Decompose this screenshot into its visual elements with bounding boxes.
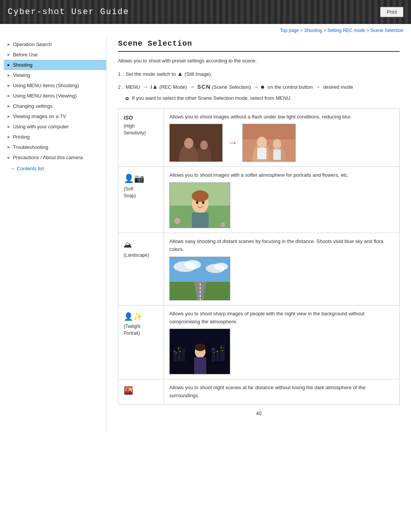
scene-desc-cell: Allows you to shoot sharp images of peop… [164,305,400,379]
still-image-icon: ▲ [177,70,183,77]
after-photo [242,124,296,162]
svg-rect-37 [220,345,225,361]
svg-point-24 [184,260,201,269]
step-note: If you want to select the other Scene Se… [126,94,400,102]
soft-snap-icon: 👤📷 [124,172,160,185]
scene-table: ISO (HighSensitivity) Allows you to shoo… [118,108,400,405]
svg-rect-34 [182,348,185,361]
svg-rect-49 [194,357,206,374]
arrow-icon: ► [7,155,11,160]
scene-label: (HighSensitivity) [124,123,146,136]
contents-list-link[interactable]: → Contents list [4,163,106,173]
scene-desc-cell: Allows you to shoot images with a softer… [164,167,400,233]
before-photo [169,124,223,162]
photo-container: → [169,124,394,162]
landscape-photo [169,257,230,300]
sidebar-item-shooting[interactable]: ► Shooting [4,60,106,70]
svg-point-18 [196,201,198,204]
svg-rect-41 [180,351,180,352]
svg-point-16 [192,190,209,202]
scene-icon-cell: 👤✨ (TwilightPortrait) [118,305,164,379]
svg-rect-43 [214,352,215,353]
breadcrumb-shooting[interactable]: Shooting [304,28,322,33]
svg-point-19 [202,201,204,204]
svg-rect-33 [177,346,181,361]
page-title: Scene Selection [118,39,400,52]
table-row: 👤✨ (TwilightPortrait) Allows you to shoo… [118,305,400,379]
svg-rect-38 [174,351,175,352]
main-content: Scene Selection Allows you to shoot with… [107,35,411,433]
svg-rect-42 [212,349,213,350]
sidebar-item-changing-settings[interactable]: ► Changing settings [4,101,106,111]
night-icon: 🌇 [124,385,160,396]
scene-icon-cell: ⛰ (Landscape) [118,233,164,305]
arrow-icon: ► [7,125,11,129]
header: Cyber-shot User Guide Print [0,0,411,24]
before-after-arrow: → [227,124,238,162]
landscape-icon: ⛰ [124,238,160,251]
arrow-icon: ► [7,135,11,139]
svg-point-10 [273,139,281,149]
arrow-symbol: → [143,84,148,90]
note-bullet-icon [126,97,129,100]
arrow-icon: ► [7,83,11,88]
sidebar-item-operation-search[interactable]: ► Operation Search [4,39,106,50]
scene-label: (SoftSnap) [124,186,136,198]
arrow-icon: ► [7,53,11,57]
scene-icon-cell: 👤📷 (SoftSnap) [118,167,164,233]
sidebar-item-viewing[interactable]: ► Viewing [4,70,106,80]
scene-label: (Landscape) [124,252,149,258]
sidebar-item-troubleshooting[interactable]: ► Troubleshooting [4,142,106,152]
sidebar-item-printing[interactable]: ► Printing [4,132,106,142]
step-2: 2．MENU → i▲ (REC Mode) → SCN (Scene Sele… [118,82,400,92]
twilight-photo-container [169,329,394,374]
print-button[interactable]: Print [380,7,403,17]
table-row: 👤📷 (SoftSnap) Allows you to shoot images… [118,167,400,233]
table-row: ⛰ (Landscape) Allows easy shooting of di… [118,233,400,305]
scene-icon-cell: ISO (HighSensitivity) [118,108,164,167]
table-row: ISO (HighSensitivity) Allows you to shoo… [118,108,400,167]
svg-rect-12 [273,149,281,160]
landscape-photo-container [169,257,394,300]
svg-point-21 [221,222,225,227]
intro-text: Allows you to shoot with preset settings… [118,58,400,64]
breadcrumb: Top page > Shooting > Setting REC mode >… [0,24,411,35]
svg-point-4 [200,141,208,150]
breadcrumb-scene-selection[interactable]: Scene Selection [370,28,403,33]
layout: ► Operation Search ► Before Use ► Shooti… [0,35,411,433]
sidebar-item-viewing-tv[interactable]: ► Viewing images on a TV [4,111,106,121]
breadcrumb-setting-rec[interactable]: Setting REC mode [327,28,365,33]
arrow-icon: ► [7,94,11,98]
app-title: Cyber-shot User Guide [8,7,129,17]
scene-label: (TwilightPortrait) [124,324,140,336]
svg-rect-46 [222,350,223,351]
arrow-icon: ► [7,73,11,77]
step-1: 1．Set the mode switch to ▲ (Still Image)… [118,69,400,79]
svg-rect-17 [192,212,209,228]
sidebar-item-using-computer[interactable]: ► Using with your computer [4,121,106,132]
arrow-icon: ► [7,114,11,118]
scene-desc-cell: Allows easy shooting of distant scenes b… [164,233,400,305]
svg-point-3 [184,138,193,149]
sidebar-item-before-use[interactable]: ► Before Use [4,50,106,60]
svg-rect-44 [217,351,218,352]
scene-icon-cell: 🌇 [118,379,164,405]
breadcrumb-top[interactable]: Top page [280,28,299,33]
arrow-icon: ► [7,104,11,108]
page-number: 40 [118,405,400,422]
sidebar: ► Operation Search ► Before Use ► Shooti… [0,35,107,433]
soft-snap-photo [169,182,230,228]
svg-rect-40 [178,348,179,349]
svg-point-48 [195,343,206,351]
arrow-icon: ► [7,145,11,149]
arrow-right-icon: → [10,166,15,171]
arrow-icon: ► [7,63,11,67]
twilight-photo [169,329,230,374]
svg-rect-45 [221,347,221,348]
sidebar-item-using-menu-shooting[interactable]: ► Using MENU items (Shooting) [4,80,106,91]
sidebar-item-using-menu-viewing[interactable]: ► Using MENU items (Viewing) [4,91,106,101]
photo-single [169,182,394,228]
steps: 1．Set the mode switch to ▲ (Still Image)… [118,69,400,102]
twilight-portrait-icon: 👤✨ [124,311,160,322]
sidebar-item-precautions[interactable]: ► Precautions / About this camera [4,152,106,163]
